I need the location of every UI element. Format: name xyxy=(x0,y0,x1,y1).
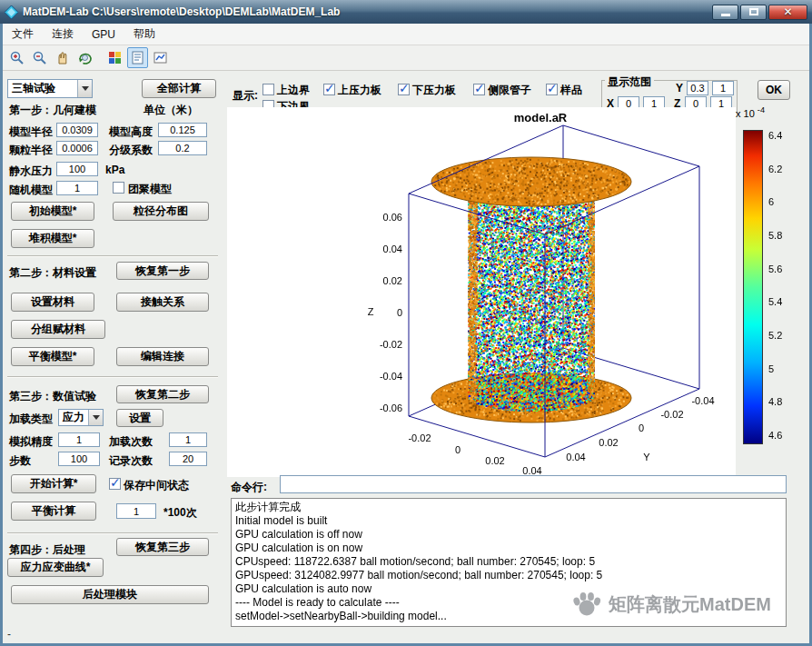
packing-model-button[interactable]: 堆积模型* xyxy=(11,229,94,248)
range-y-min-field[interactable] xyxy=(687,81,708,95)
upper-boundary-checkbox[interactable] xyxy=(262,84,274,95)
model-3d-view[interactable] xyxy=(227,107,736,477)
zoom-in-icon[interactable] xyxy=(6,47,27,68)
log-line: GPUspeed: 3124082.9977 ball motion/secon… xyxy=(235,569,782,582)
contact-relation-button[interactable]: 接触关系 xyxy=(116,293,209,312)
cluster-model-checkbox-label: 团聚模型 xyxy=(128,182,172,197)
edit-link-button[interactable]: 编辑连接 xyxy=(116,347,209,366)
sim-precision-field[interactable] xyxy=(58,432,100,447)
range-y-max-field[interactable] xyxy=(712,81,734,95)
maximize-button[interactable] xyxy=(740,5,767,20)
watermark-text: 矩阵离散元MatDEM xyxy=(609,592,771,617)
chevron-down-icon[interactable] xyxy=(77,80,92,97)
maximize-icon xyxy=(749,8,758,15)
load-settings-button[interactable]: 设置 xyxy=(116,409,163,427)
lateral-tube-checkbox[interactable] xyxy=(473,84,485,95)
sim-precision-label: 模拟精度 xyxy=(9,434,53,450)
colorbar-tick: 4.8 xyxy=(768,396,782,407)
save-state-checkbox-label: 保存中间状态 xyxy=(124,478,189,493)
initial-model-button[interactable]: 初始模型* xyxy=(11,202,94,221)
figure-palette-icon[interactable] xyxy=(127,47,148,68)
log-line: GPU calculation is on now xyxy=(235,542,782,555)
zoom-out-icon[interactable] xyxy=(29,47,50,68)
balance-times-unit: *100次 xyxy=(163,505,197,521)
stress-strain-button[interactable]: 应力应变曲线* xyxy=(7,558,104,577)
display-range-title: 显示范围 xyxy=(605,75,654,90)
start-calc-button[interactable]: 开始计算* xyxy=(11,474,96,493)
test-type-value: 三轴试验 xyxy=(12,81,55,96)
sample-checkbox[interactable] xyxy=(546,84,558,95)
model-radius-label: 模型半径 xyxy=(9,124,53,140)
ok-button[interactable]: OK xyxy=(758,80,790,100)
cluster-model-checkbox[interactable] xyxy=(113,182,124,194)
steps-field[interactable] xyxy=(58,452,100,466)
random-model-field[interactable] xyxy=(56,181,98,195)
paw-logo-icon xyxy=(570,589,603,620)
test-type-dropdown[interactable]: 三轴试验 xyxy=(7,79,93,98)
particle-radius-field[interactable] xyxy=(56,141,98,155)
hydro-pressure-field[interactable] xyxy=(56,162,98,176)
post-module-button[interactable]: 后处理模块 xyxy=(11,585,209,604)
model-height-field[interactable] xyxy=(158,123,207,137)
upper-plate-checkbox[interactable] xyxy=(323,84,335,95)
status-dash: - xyxy=(7,628,11,641)
range-y-label: Y xyxy=(676,82,683,94)
load-type-value: 应力 xyxy=(63,410,84,425)
minimize-button[interactable] xyxy=(712,5,738,20)
log-line: 此步计算完成 xyxy=(235,501,782,514)
model-plot-pane: model.aR Z Y 0.06 0.04 0.02 0 -0.02 -0.0… xyxy=(227,107,736,477)
balance-calc-button[interactable]: 平衡计算 xyxy=(11,502,96,521)
menu-help[interactable]: 帮助 xyxy=(124,24,164,45)
hydro-pressure-label: 静水压力 xyxy=(9,164,53,179)
restore-step2-button[interactable]: 恢复第二步 xyxy=(116,385,209,403)
rotate-3d-icon[interactable] xyxy=(74,47,95,68)
load-type-dropdown[interactable]: 应力 xyxy=(58,409,104,426)
menu-bar: 文件 连接 GPU 帮助 xyxy=(3,24,809,45)
divider xyxy=(7,255,218,257)
plot-browser-icon[interactable] xyxy=(150,47,171,68)
close-button[interactable]: ✕ xyxy=(768,5,807,20)
menu-file[interactable]: 文件 xyxy=(3,24,43,45)
colormap-icon[interactable] xyxy=(104,47,125,68)
chevron-down-icon[interactable] xyxy=(88,410,103,425)
menu-gpu[interactable]: GPU xyxy=(83,25,124,44)
colorbar-tick: 5.6 xyxy=(768,263,782,274)
restore-step3-button[interactable]: 恢复第三步 xyxy=(116,538,209,556)
gradation-coeff-label: 分级系数 xyxy=(109,143,153,158)
menu-connect[interactable]: 连接 xyxy=(43,24,83,45)
colorbar-tick: 4.6 xyxy=(768,430,782,441)
display-label: 显示: xyxy=(233,88,258,104)
record-times-label: 记录次数 xyxy=(109,453,153,469)
colorbar-tick: 6.4 xyxy=(768,130,782,141)
set-material-button[interactable]: 设置材料 xyxy=(11,293,94,312)
run-all-button[interactable]: 全部计算 xyxy=(142,79,216,98)
pan-hand-icon[interactable] xyxy=(52,47,73,68)
balance-times-field[interactable] xyxy=(116,503,156,519)
command-input[interactable] xyxy=(280,475,787,493)
restore-step1-button[interactable]: 恢复第一步 xyxy=(116,262,209,280)
colorbar-tick: 6 xyxy=(768,196,774,207)
model-radius-field[interactable] xyxy=(56,123,98,137)
particle-radius-label: 颗粒半径 xyxy=(9,143,53,158)
matdem-window: MatDEM-Lab C:\Users\remote\Desktop\DEMLa… xyxy=(0,0,812,646)
colorbar-tick: 5 xyxy=(768,363,774,374)
step3-title: 第三步：数值试验 xyxy=(9,389,96,404)
log-line: CPUspeed: 118722.6387 ball motion/second… xyxy=(235,555,782,569)
hydro-pressure-unit: kPa xyxy=(105,164,124,176)
figure-toolbar xyxy=(3,45,809,71)
close-icon: ✕ xyxy=(783,5,792,18)
step1-unit-label: 单位（米） xyxy=(144,103,198,118)
lower-plate-checkbox[interactable] xyxy=(398,84,410,95)
model-height-label: 模型高度 xyxy=(109,124,153,140)
size-distribution-button[interactable]: 粒径分布图 xyxy=(113,202,209,221)
record-times-field[interactable] xyxy=(169,452,207,466)
save-state-checkbox[interactable] xyxy=(109,478,121,490)
log-line: GPU calculation is off now xyxy=(235,528,782,542)
load-times-field[interactable] xyxy=(169,432,207,447)
watermark: 矩阵离散元MatDEM xyxy=(570,589,771,620)
upper-boundary-label: 上边界 xyxy=(277,83,310,98)
balance-model-button[interactable]: 平衡模型* xyxy=(11,347,94,366)
gradation-coeff-field[interactable] xyxy=(158,141,207,155)
title-bar[interactable]: MatDEM-Lab C:\Users\remote\Desktop\DEMLa… xyxy=(0,0,812,24)
group-assign-button[interactable]: 分组赋材料 xyxy=(11,320,105,339)
